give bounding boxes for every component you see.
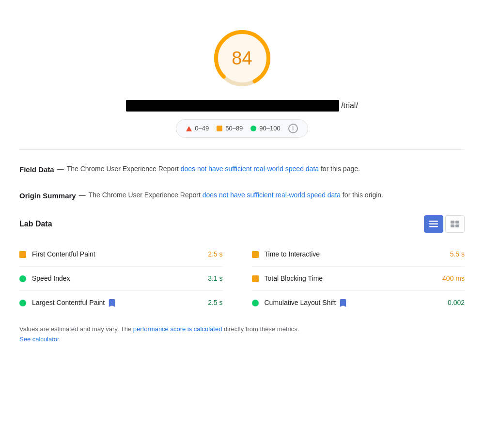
divider <box>19 149 465 150</box>
origin-summary-title: Origin Summary <box>19 190 76 202</box>
tbt-indicator <box>252 275 259 282</box>
tti-indicator <box>252 251 259 258</box>
view-toggle <box>424 215 465 233</box>
origin-summary-dash: — <box>79 190 86 201</box>
cls-name: Cumulative Layout Shift <box>265 298 442 308</box>
info-icon[interactable]: i <box>288 124 298 133</box>
metrics-right-column: Time to Interactive 5.5 s Total Blocking… <box>242 242 465 315</box>
origin-summary-link[interactable]: does not have sufficient real-world spee… <box>203 190 341 201</box>
score-gauge: 84 <box>208 24 276 92</box>
metric-si: Speed Index 3.1 s <box>19 267 223 291</box>
svg-rect-4 <box>429 224 438 225</box>
si-indicator <box>19 275 26 282</box>
field-data-title: Field Data <box>19 163 54 176</box>
legend-range3: 90–100 <box>259 124 280 133</box>
field-data-desc-start: The Chrome User Experience Report <box>67 163 179 174</box>
url-redacted <box>126 100 339 112</box>
see-calculator-link[interactable]: See calculator <box>19 336 59 343</box>
svg-rect-5 <box>429 226 438 227</box>
legend-orange: 50–89 <box>217 124 243 133</box>
treemap-view-button[interactable] <box>445 215 465 233</box>
field-data-dash: — <box>57 163 64 175</box>
legend-red: 0–49 <box>186 124 209 133</box>
score-section: 84 /trial/ 0–49 50–89 90–100 i <box>19 10 465 149</box>
cls-value: 0.002 <box>448 298 465 308</box>
origin-summary-section: Origin Summary — The Chrome User Experie… <box>19 190 465 202</box>
metric-lcp: Largest Contentful Paint 2.5 s <box>19 291 223 315</box>
svg-rect-3 <box>429 221 438 222</box>
legend-range2: 50–89 <box>225 124 243 133</box>
tbt-value: 400 ms <box>442 273 465 284</box>
cls-indicator <box>252 300 259 306</box>
footer-text-middle: directly from these metrics. <box>224 325 299 333</box>
lcp-indicator <box>19 300 26 306</box>
field-data-section: Field Data — The Chrome User Experience … <box>19 163 465 176</box>
svg-rect-8 <box>451 224 454 227</box>
tbt-name: Total Blocking Time <box>265 273 437 284</box>
svg-rect-6 <box>451 221 454 224</box>
footer-text-end: . <box>59 336 61 343</box>
si-name: Speed Index <box>32 273 202 284</box>
orange-square-icon <box>217 126 222 131</box>
green-circle-icon <box>250 126 256 131</box>
si-value: 3.1 s <box>208 273 222 284</box>
cls-bookmark-icon <box>340 299 346 307</box>
field-data-link[interactable]: does not have sufficient real-world spee… <box>181 163 319 175</box>
lab-data-title: Lab Data <box>19 218 52 230</box>
field-data-desc-end: for this page. <box>321 163 360 174</box>
url-display: /trial/ <box>126 100 358 112</box>
lcp-name: Largest Contentful Paint <box>32 298 202 308</box>
lcp-value: 2.5 s <box>208 298 222 308</box>
fcp-value: 2.5 s <box>208 249 222 259</box>
svg-rect-7 <box>455 221 459 224</box>
metric-tbt: Total Blocking Time 400 ms <box>252 267 465 291</box>
lcp-bookmark-icon <box>109 299 115 307</box>
red-triangle-icon <box>186 126 192 131</box>
score-legend: 0–49 50–89 90–100 i <box>176 119 308 138</box>
metric-cls: Cumulative Layout Shift 0.002 <box>252 291 465 315</box>
tti-name: Time to Interactive <box>265 249 444 259</box>
metrics-grid: First Contentful Paint 2.5 s Speed Index… <box>19 242 465 315</box>
lab-data-section: Lab Data <box>19 215 465 315</box>
metrics-left-column: First Contentful Paint 2.5 s Speed Index… <box>19 242 242 315</box>
fcp-name: First Contentful Paint <box>32 249 202 259</box>
metric-fcp: First Contentful Paint 2.5 s <box>19 242 223 267</box>
svg-rect-9 <box>455 224 459 227</box>
origin-summary-desc-end: for this origin. <box>343 190 383 200</box>
list-view-button[interactable] <box>424 215 443 233</box>
footer-note: Values are estimated and may vary. The p… <box>19 324 465 345</box>
performance-score-link[interactable]: performance score is calculated <box>133 325 222 333</box>
tti-value: 5.5 s <box>450 249 465 259</box>
lab-data-header: Lab Data <box>19 215 465 233</box>
footer-text-start: Values are estimated and may vary. The <box>19 325 131 333</box>
score-value: 84 <box>232 45 252 72</box>
metric-tti: Time to Interactive 5.5 s <box>252 242 465 267</box>
origin-summary-desc-start: The Chrome User Experience Report <box>89 190 201 200</box>
url-suffix: /trial/ <box>341 100 358 112</box>
fcp-indicator <box>19 251 26 258</box>
legend-range1: 0–49 <box>195 124 209 133</box>
legend-green: 90–100 <box>250 124 280 133</box>
